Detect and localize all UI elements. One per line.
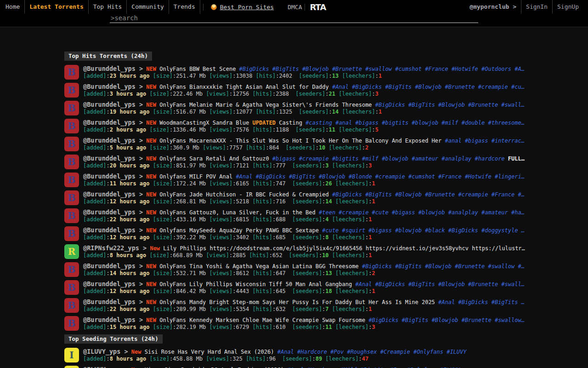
dmca-link[interactable]: DMCA [288, 4, 302, 11]
stat-value-views: 4443 [236, 288, 249, 294]
user-avatar[interactable]: B [64, 316, 79, 331]
user-avatar[interactable]: B [64, 298, 79, 313]
nav-item-home[interactable]: Home [5, 0, 25, 14]
username-link[interactable]: @Burunddel_yps > [83, 262, 143, 270]
torrent-tags[interactable]: #casting #anal #bigass #bigtits #blowjob… [305, 120, 525, 126]
stat-label-hits: [hits] [253, 180, 272, 187]
stat-value-views: 325 [232, 356, 243, 362]
username-link[interactable]: @ILUVY_yps > [83, 348, 128, 355]
stat-value-added: 14 hours ago [110, 270, 150, 276]
nav-item-trends[interactable]: Trends [169, 0, 200, 14]
username-link[interactable]: @Burunddel_yps > [83, 137, 143, 144]
stat-value-leechers: 1 [368, 252, 372, 259]
torrent-title[interactable]: OnlyFans Kennedy Marksen Chloe Mae Wife … [159, 317, 365, 323]
torrent-title[interactable]: OnlyFans Tina Yoshi & Agatha Vega Asian … [159, 263, 358, 270]
nav-item-top-hits[interactable]: Top Hits [89, 0, 127, 14]
stat-label-views: [views] [206, 356, 229, 362]
torrent-tags[interactable]: #Anal #BigDicks #BigTits #Blowjob #Brune… [355, 281, 524, 288]
torrent-title[interactable]: Lily Phillips https://doodstream.com/e/l… [163, 245, 525, 252]
stat-label-seeders: [seeders] [292, 306, 322, 312]
torrent-tags[interactable]: #BigDicks #BigTits #Blowjob #Brunette #s… [368, 317, 525, 323]
stat-value-views: 13038 [236, 73, 252, 79]
username-link[interactable]: @Burunddel_yps > [83, 190, 143, 198]
account-name[interactable]: @mypornclub > [465, 0, 521, 14]
torrent-row: B@Burunddel_yps > NEW Onlyfans MaySeeds … [64, 226, 588, 241]
torrent-tags[interactable]: #bigass #creampie #bigtits #milf #blowjo… [272, 155, 505, 162]
user-avatar[interactable]: B [64, 226, 79, 241]
user-avatar[interactable]: B [64, 101, 79, 115]
torrent-title[interactable]: OnlyFans Mandy Bright Step-mom Says Her … [159, 299, 435, 305]
new-badge: NEW [146, 138, 156, 144]
signup-link[interactable]: SignUp [553, 0, 583, 14]
username-link[interactable]: @Burunddel_yps > [83, 280, 143, 288]
torrent-title[interactable]: Sisi Rose Has Very Hard Anal Sex (2026) [145, 349, 274, 355]
search-input[interactable] [110, 14, 478, 23]
new-badge: NEW [146, 84, 156, 90]
torrent-tags[interactable]: #BigDicks #BigTits #Blowjob #Brunette #s… [362, 263, 525, 270]
user-avatar[interactable]: B [64, 262, 79, 277]
nav-item-latest-torrents[interactable]: Latest Torrents [25, 0, 88, 14]
user-avatar[interactable]: B [64, 119, 79, 133]
torrent-tags[interactable]: #anal #bigass #interrac… [445, 138, 525, 144]
user-avatar[interactable]: B [64, 65, 79, 80]
username-link[interactable]: @Burunddel_yps > [83, 65, 143, 72]
username-link[interactable]: @Burunddel_yps > [83, 226, 143, 234]
username-link[interactable]: @Burunddel_yps > [83, 316, 143, 323]
username-link[interactable]: @Burunddel_yps > [83, 101, 143, 108]
stat-value-hits: 777 [276, 162, 286, 169]
torrent-title[interactable]: OnlyFans Melanie Marie & Agatha Vega Sis… [159, 102, 372, 108]
user-avatar[interactable]: B [64, 155, 79, 169]
nav-item-community[interactable]: Community [127, 0, 169, 14]
torrent-title[interactable]: Onlyfans MILF POV Anal [159, 173, 232, 180]
user-avatar[interactable]: B [64, 190, 79, 205]
torrent-tags[interactable]: #BigDicks #BigTits #Blowjob #Brunette #s… [239, 66, 525, 72]
stat-value-views: 12077 [236, 109, 252, 115]
new-badge: New [131, 349, 141, 355]
username-link[interactable]: @RIPNsfw222_yps > [83, 244, 147, 252]
best-porn-sites-link[interactable]: Best Porn Sites [211, 4, 274, 11]
torrent-title[interactable]: Onlyfans MaySeeds AquaZay Perky PAWG BBC… [159, 227, 319, 234]
torrent-tags[interactable]: #teen #creampie #cute #bigass #blowjob #… [319, 209, 525, 216]
torrent-tags[interactable]: #Anal #Hardcore #Pov #Roughsex #Creampie… [277, 349, 467, 355]
user-avatar[interactable]: R [64, 244, 79, 259]
signin-link[interactable]: SignIn [521, 0, 553, 14]
stat-value-added: 8 hours ago [110, 252, 146, 259]
torrent-tags[interactable]: #BigDicks #BigTits #Blowjob #Brunette #c… [332, 191, 525, 198]
username-link[interactable]: @Burunddel_yps > [83, 172, 143, 180]
torrent-row: R@RIPNsfw222_yps > New Lily Phillips htt… [64, 244, 588, 259]
username-link[interactable]: @Burunddel_yps > [83, 83, 143, 90]
username-link[interactable]: @Burunddel_yps > [83, 208, 143, 216]
username-link[interactable]: @Burunddel_yps > [83, 155, 143, 162]
user-avatar[interactable]: B [64, 83, 79, 98]
torrent-tags[interactable]: #BigDicks #BigTits #Blowjob #Brunette #s… [375, 102, 525, 108]
stat-value-added: 15 hours ago [110, 324, 150, 330]
username-link[interactable]: @Burunddel_yps > [83, 119, 143, 126]
torrent-tags[interactable]: #Anal #BigDicks #BigTits … [438, 299, 525, 305]
top-navigation-bar: HomeLatest TorrentsTop HitsCommunityTren… [0, 0, 588, 14]
stat-value-seeders: 21 [329, 91, 335, 97]
stat-label-leechers: [leechers] [332, 234, 365, 241]
user-avatar[interactable]: B [64, 208, 79, 223]
torrent-title[interactable]: OnlyFans Jade Hutchison - IR BBC Fucked … [159, 191, 328, 198]
torrent-tags[interactable]: #Anal #BigDicks #BigTits #Blowjob #Brune… [332, 84, 525, 90]
torrent-title[interactable]: Casting [279, 120, 302, 126]
torrent-title[interactable]: OnlyFans BBW Best Scene [159, 66, 236, 72]
user-avatar[interactable]: I [64, 348, 79, 362]
torrent-title[interactable]: OnlyFans Gattouz0, Luna Silver, Fuck in … [159, 209, 316, 216]
torrent-title[interactable]: WoodmanCastingX Sandra Blue [159, 120, 249, 126]
torrent-title[interactable]: OnlyFans MacarenaXXX - This Slut Was So … [159, 138, 441, 144]
torrent-title[interactable]: OnlyFans Bianxxxkie Tight Asian Anal Slu… [159, 84, 328, 90]
torrent-title[interactable]: OnlyFans Lily Phillips Wisconsin Tiff 50… [159, 281, 352, 288]
username-link[interactable]: @ILUVY_yps > [83, 366, 128, 368]
new-badge: NEW [146, 173, 156, 180]
torrent-tags[interactable]: #cute #squirt #bigass #blowjob #black #B… [322, 227, 525, 234]
stat-value-added: 12 hours ago [110, 234, 150, 241]
user-avatar[interactable]: B [64, 280, 79, 295]
user-avatar[interactable]: I [64, 366, 79, 368]
torrent-row: B@Burunddel_yps > NEW OnlyFans Lily Phil… [64, 280, 588, 295]
user-avatar[interactable]: B [64, 172, 79, 187]
torrent-tags[interactable]: #Anal #BigDicks #BigTits #Blowjob #Blond… [236, 173, 525, 180]
user-avatar[interactable]: B [64, 137, 79, 151]
torrent-title[interactable]: Onlyfans Sara Retali And Gattouz0 [159, 155, 269, 162]
username-link[interactable]: @Burunddel_yps > [83, 298, 143, 305]
